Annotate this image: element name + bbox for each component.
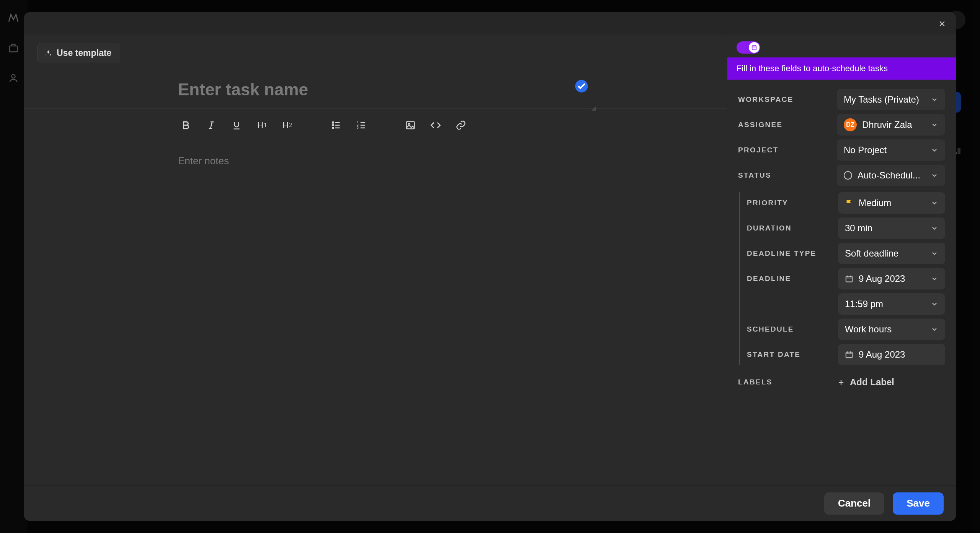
calendar-auto-icon xyxy=(751,44,757,51)
status-select[interactable]: Auto-Schedul... xyxy=(837,165,945,186)
details-pane: Fill in these fields to auto-schedule ta… xyxy=(727,34,956,486)
chevron-down-icon xyxy=(931,224,938,232)
duration-select[interactable]: 30 min xyxy=(838,217,945,239)
calendar-icon xyxy=(845,350,853,359)
deadline-date-select[interactable]: 9 Aug 2023 xyxy=(838,268,945,289)
link-button[interactable] xyxy=(453,117,469,133)
task-title-input[interactable]: Enter task name xyxy=(178,80,712,101)
image-button[interactable] xyxy=(402,117,418,133)
bold-button[interactable] xyxy=(178,117,194,133)
workspace-select[interactable]: My Tasks (Private) xyxy=(837,89,945,110)
schedule-value: Work hours xyxy=(845,324,892,335)
notes-input[interactable]: Enter notes xyxy=(178,155,712,232)
chevron-down-icon xyxy=(931,121,938,129)
project-select[interactable]: No Project xyxy=(837,139,945,161)
save-button[interactable]: Save xyxy=(893,492,944,515)
workspace-value: My Tasks (Private) xyxy=(844,94,919,105)
auto-schedule-hint: Fill in these fields to auto-schedule ta… xyxy=(727,57,956,80)
image-icon xyxy=(405,120,416,131)
start-date-value: 9 Aug 2023 xyxy=(859,349,905,360)
svg-point-3 xyxy=(332,122,334,123)
chevron-down-icon xyxy=(931,146,938,154)
svg-point-4 xyxy=(332,124,334,126)
project-value: No Project xyxy=(844,145,887,155)
duration-value: 30 min xyxy=(845,223,872,234)
schedule-label: Schedule xyxy=(747,325,838,334)
priority-select[interactable]: Medium xyxy=(838,192,945,214)
calendar-icon xyxy=(845,275,853,283)
number-list-button[interactable]: 123 xyxy=(353,117,369,133)
chevron-down-icon xyxy=(931,300,938,308)
status-circle-icon xyxy=(844,171,852,180)
h1-button[interactable]: H1 xyxy=(254,117,270,133)
chevron-down-icon xyxy=(931,96,938,103)
link-icon xyxy=(456,120,466,131)
modal-footer: Cancel Save xyxy=(24,486,956,521)
modal-titlebar xyxy=(24,12,956,34)
use-template-label: Use template xyxy=(57,48,111,58)
svg-rect-13 xyxy=(846,352,853,358)
auto-schedule-toggle[interactable] xyxy=(737,41,760,54)
deadline-time-select[interactable]: 11:59 pm xyxy=(838,293,945,315)
number-list-icon: 123 xyxy=(356,120,367,131)
labels-label: Labels xyxy=(738,378,837,386)
editor-pane: Use template Enter task name xyxy=(24,34,727,486)
code-button[interactable] xyxy=(428,117,444,133)
workspace-label: Workspace xyxy=(738,95,837,104)
use-template-button[interactable]: Use template xyxy=(37,43,120,63)
italic-icon xyxy=(206,120,216,130)
priority-value: Medium xyxy=(859,198,891,208)
underline-icon xyxy=(232,120,242,130)
auto-schedule-fields: Priority Medium Duration 30 min xyxy=(739,192,945,365)
resize-handle[interactable] xyxy=(591,105,596,111)
deadline-date-value: 9 Aug 2023 xyxy=(859,273,905,284)
schedule-select[interactable]: Work hours xyxy=(838,319,945,340)
svg-rect-9 xyxy=(407,122,415,129)
cancel-button[interactable]: Cancel xyxy=(824,492,884,515)
start-date-select[interactable]: 9 Aug 2023 xyxy=(838,344,945,365)
deadline-type-select[interactable]: Soft deadline xyxy=(838,243,945,264)
priority-label: Priority xyxy=(747,199,838,207)
italic-button[interactable] xyxy=(203,117,219,133)
status-value: Auto-Schedul... xyxy=(858,170,920,181)
chevron-down-icon xyxy=(931,172,938,179)
add-label-button[interactable]: ＋ Add Label xyxy=(837,376,894,388)
status-label: Status xyxy=(738,171,837,180)
close-icon xyxy=(938,20,946,28)
toggle-knob xyxy=(749,42,760,53)
assignee-select[interactable]: DZ Dhruvir Zala xyxy=(837,114,945,136)
deadline-type-label: Deadline Type xyxy=(747,249,838,258)
editor-toolbar: H1 H2 123 xyxy=(24,108,727,142)
check-circle-icon xyxy=(575,79,588,93)
add-label-text: Add Label xyxy=(850,377,894,387)
bullet-list-button[interactable] xyxy=(328,117,344,133)
underline-button[interactable] xyxy=(229,117,245,133)
task-modal: Use template Enter task name xyxy=(24,12,956,521)
close-button[interactable] xyxy=(936,18,948,30)
sparkle-icon xyxy=(44,49,52,57)
bold-icon xyxy=(181,120,191,130)
code-icon xyxy=(430,120,441,131)
svg-point-5 xyxy=(332,127,334,129)
duration-label: Duration xyxy=(747,224,838,232)
flag-icon xyxy=(845,199,853,207)
deadline-label: Deadline xyxy=(747,275,838,283)
assignee-avatar: DZ xyxy=(844,118,857,131)
h2-button[interactable]: H2 xyxy=(279,117,295,133)
assignee-label: Assignee xyxy=(738,121,837,129)
start-date-label: Start Date xyxy=(747,350,838,359)
project-label: Project xyxy=(738,146,837,154)
svg-rect-12 xyxy=(846,276,853,282)
chevron-down-icon xyxy=(931,325,938,333)
bullet-list-icon xyxy=(331,120,341,131)
title-complete-toggle[interactable] xyxy=(575,79,588,95)
chevron-down-icon xyxy=(931,250,938,257)
deadline-type-value: Soft deadline xyxy=(845,248,898,259)
plus-icon: ＋ xyxy=(837,376,845,388)
assignee-value: Dhruvir Zala xyxy=(862,119,912,130)
chevron-down-icon xyxy=(931,199,938,207)
svg-text:3: 3 xyxy=(357,126,359,129)
chevron-down-icon xyxy=(931,275,938,283)
deadline-time-value: 11:59 pm xyxy=(845,299,883,309)
svg-rect-11 xyxy=(752,46,756,50)
